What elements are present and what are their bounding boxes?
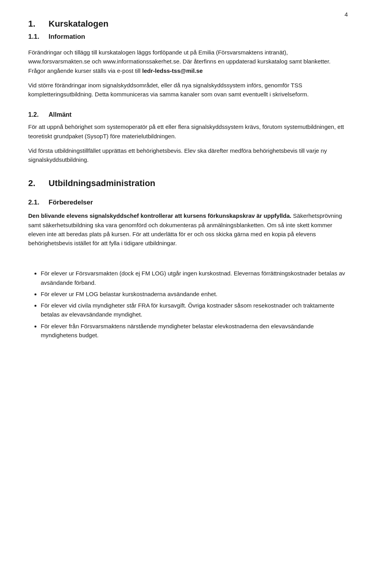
section-1-2-heading: 1.2. Allmänt [28,111,348,118]
section-1-2-title: Allmänt [49,111,72,118]
page-number: 4 [345,11,348,18]
list-item: För elever från Försvarsmaktens närståen… [41,322,348,340]
section-2-heading: 2. Utbildningsadministration [28,178,348,188]
section-1-heading: 1. Kurskatalogen [28,19,348,29]
list-item: För elever ur FM LOG belastar kurskostna… [41,289,348,299]
section-2-1: 2.1. Förberedelser Den blivande elevens … [28,199,348,248]
section-1-number: 1. [28,19,42,29]
section-1-1-heading: 1.1. Information [28,33,348,41]
section-1-2-para-1: För att uppnå behörighet som systemopera… [28,122,348,141]
section-1-1-para-1: Förändringar och tillägg till kurskatalo… [28,48,348,75]
section-2-1-heading: 2.1. Förberedelser [28,199,348,206]
section-1-2-number: 1.2. [28,111,42,118]
list-item: För elever vid civila myndigheter står F… [41,301,348,319]
section-1: 1. Kurskatalogen [28,19,348,29]
section-2-1-para-1: Den blivande elevens signalskyddschef ko… [28,211,348,248]
section-2-1-title: Förberedelser [49,199,93,206]
page: 4 1. Kurskatalogen 1.1. Information Förä… [0,0,376,588]
section-1-1-para-2: Vid större förändringar inom signalskydd… [28,81,348,99]
list-item: För elever ur Försvarsmakten (dock ej FM… [41,269,348,287]
section-2-2-list: För elever ur Försvarsmakten (dock ej FM… [28,269,348,340]
email-bold: ledr-ledss-tss@mil.se [142,67,203,74]
section-1-2: 1.2. Allmänt För att uppnå behörighet so… [28,111,348,164]
section-1-2-para-2: Vid första utbildningstillfället upprätt… [28,146,348,165]
section-1-title: Kurskatalogen [49,19,108,29]
section-1-1-number: 1.1. [28,33,42,41]
section-2-1-bold-text: Den blivande elevens signalskyddschef ko… [28,212,291,219]
section-2: 2. Utbildningsadministration [28,178,348,188]
section-1-1: 1.1. Information Förändringar och tilläg… [28,33,348,99]
section-2-1-number: 2.1. [28,199,42,206]
section-1-1-title: Information [49,33,85,41]
section-2-title: Utbildningsadministration [49,178,155,188]
section-2-number: 2. [28,178,42,188]
section-2-2: För elever ur Försvarsmakten (dock ej FM… [28,263,348,340]
